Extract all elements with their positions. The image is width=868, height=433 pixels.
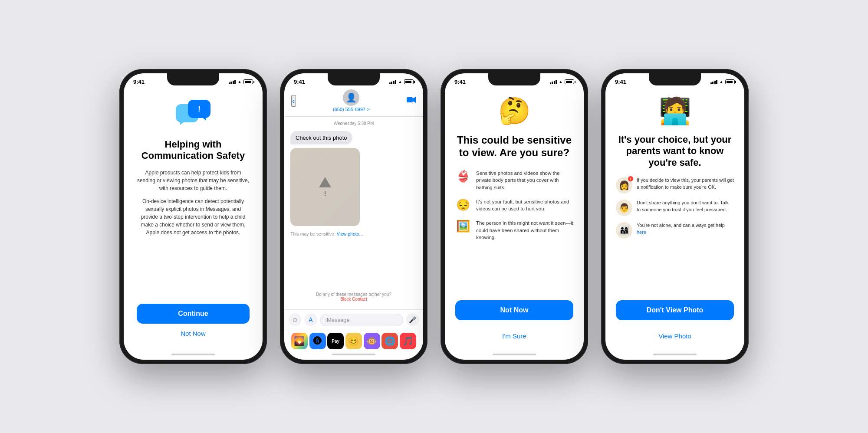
time-1: 9:41 [133,79,145,85]
phones-container: 9:41 ▲ ! Helping with Communication Safe… [102,52,766,381]
wifi-icon-1: ▲ [237,79,242,84]
signal-icon-4 [710,80,718,84]
phone1-desc1: Apple products can help protect kids fro… [137,169,250,192]
wifi-icon-3: ▲ [559,79,563,84]
alert-person-emoji: 🧑‍💻 [659,95,691,126]
info-text-3-2: The person in this might not want it see… [476,220,573,241]
home-indicator-4 [653,354,697,355]
view-photo-button[interactable]: View Photo [658,332,691,340]
frame-emoji: 🖼️ [455,220,471,233]
parent-avatar-2: 👨‍👩‍👧 [616,222,632,239]
phone3-content: 🤔 This could be sensitive to view. Are y… [445,87,584,350]
svg-marker-1 [413,97,416,103]
phone1-desc2: On-device intelligence can detect potent… [137,197,250,236]
signal-icon-3 [550,80,557,84]
parent-avatar-1: 👨 [616,200,632,216]
info-text-3-1: It's not your fault, but sensitive photo… [476,198,573,213]
info-item-3-0: 👙 Sensitive photos and videos show the p… [455,170,573,191]
time-4: 9:41 [615,79,626,85]
phone4-title: It's your choice, but your parents want … [616,134,734,168]
battery-icon-1 [243,79,253,84]
bubble-front: ! [188,100,210,118]
video-call-button[interactable] [407,96,416,105]
notch-3 [488,73,540,85]
signal-icon-2 [389,80,397,84]
home-indicator-1 [171,354,215,355]
contact-avatar: 👤 [343,89,359,106]
time-3: 9:41 [454,79,466,85]
im-sure-button[interactable]: I'm Sure [502,332,526,340]
parent-info-item-1: 👨 Don't share anything you don't want to… [616,200,734,216]
phone1-content: ! Helping with Communication Safety Appl… [124,87,263,350]
sad-emoji: 😔 [455,198,471,212]
parent-info-list: 👩 1 If you decide to view this, your par… [616,177,734,239]
status-icons-3: ▲ [550,79,574,84]
time-2: 9:41 [294,79,305,85]
battery-icon-4 [725,79,735,84]
phone4-actions: Don't View Photo View Photo [616,300,734,340]
speech-bubbles-icon: ! [176,100,210,130]
notch-1 [167,73,219,85]
phone-4: 9:41 ▲ 🧑‍💻 It's your choice, but your pa… [601,69,749,364]
phone-3: 9:41 ▲ 🤔 This could be sensitive to view… [441,69,588,364]
signal-icon-1 [229,80,236,84]
info-item-3-2: 🖼️ The person in this might not want it … [455,220,573,241]
contact-info: 👤 (650) 555-8997 > [333,89,370,112]
messages-header: ‹ 👤 (650) 555-8997 > [284,87,423,117]
wifi-icon-4: ▲ [719,79,723,84]
not-now-button-phone1[interactable]: Not Now [181,330,206,337]
notch-2 [328,73,380,85]
status-icons-2: ▲ [389,79,414,84]
home-indicator-3 [493,354,536,355]
parent-info-item-0: 👩 1 If you decide to view this, your par… [616,177,734,194]
notch-4 [649,73,701,85]
svg-rect-0 [407,97,413,102]
info-item-3-1: 😔 It's not your fault, but sensitive pho… [455,198,573,213]
wifi-icon-2: ▲ [398,79,402,84]
info-list-3: 👙 Sensitive photos and videos show the p… [455,170,573,241]
dont-view-photo-button[interactable]: Don't View Photo [616,300,734,320]
status-icons-1: ▲ [229,79,253,84]
back-button[interactable]: ‹ [291,95,296,107]
parent-info-text-1: Don't share anything you don't want to. … [637,200,734,213]
phone3-actions: Not Now I'm Sure [455,300,573,340]
contact-number[interactable]: (650) 555-8997 > [333,107,370,112]
phone1-title: Helping with Communication Safety [137,139,250,162]
thinking-emoji: 🤔 [498,95,531,126]
parent-info-item-2: 👨‍👩‍👧 You're not alone, and can always g… [616,222,734,239]
parent-avatar-0: 👩 1 [616,177,632,194]
phone-2: 9:41 ▲ ‹ 👤 (650) 555-8997 > [280,69,427,364]
battery-icon-3 [565,79,574,84]
continue-button[interactable]: Continue [137,304,250,324]
parent-info-text-0: If you decide to view this, your parents… [637,177,734,190]
home-indicator-2 [332,354,375,355]
info-text-3-0: Sensitive photos and videos show the pri… [476,170,573,191]
swimsuit-emoji: 👙 [455,170,471,183]
notification-badge: 1 [628,176,633,181]
help-link[interactable]: here. [637,230,648,235]
status-icons-4: ▲ [710,79,735,84]
phone3-title: This could be sensitive to view. Are you… [455,134,573,159]
phone4-content: 🧑‍💻 It's your choice, but your parents w… [605,87,744,350]
battery-icon-2 [404,79,414,84]
phone-1: 9:41 ▲ ! Helping with Communication Safe… [119,69,267,364]
parent-info-text-2: You're not alone, and can always get hel… [637,222,734,236]
not-now-button-phone3[interactable]: Not Now [455,300,573,320]
